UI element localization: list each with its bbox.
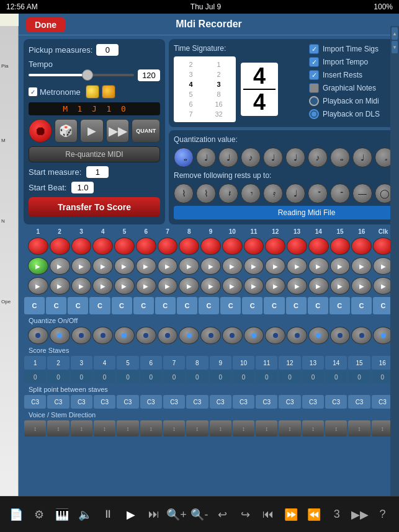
rest-btn-7[interactable]: 𝄻	[308, 184, 328, 203]
stave-num-14[interactable]: 14	[325, 356, 347, 370]
c-letter-2[interactable]: C	[46, 297, 66, 314]
dial-ch-7[interactable]	[158, 327, 178, 344]
voice-ch-8[interactable]: ↕	[186, 420, 208, 437]
stave-num-5[interactable]: 5	[117, 356, 138, 370]
loop-button[interactable]: 🎲	[55, 119, 78, 143]
play-green-ch-8[interactable]: ▶	[179, 257, 199, 275]
play-gray-ch-16[interactable]: ▶	[351, 277, 372, 295]
play-gray-ch-13[interactable]: ▶	[287, 277, 307, 295]
dial-ch-12[interactable]	[265, 327, 285, 344]
rest-btn-5[interactable]: 𝄿	[263, 184, 283, 203]
split-ch-2[interactable]: C3	[47, 395, 69, 409]
toolbar-zoom-out[interactable]: 🔍-	[188, 503, 210, 526]
toolbar-volume-down[interactable]: 🔈	[74, 503, 96, 526]
voice-ch-5[interactable]: ↕	[117, 420, 138, 437]
c-letter-5[interactable]: C	[112, 297, 132, 314]
dial-ch-9[interactable]	[200, 327, 221, 344]
play-green-ch-7[interactable]: ▶	[158, 257, 178, 275]
transfer-to-score-button[interactable]: Transfer To Score	[29, 197, 160, 217]
toolbar-help[interactable]: ?	[371, 503, 393, 526]
c-letter-1[interactable]: C	[24, 297, 45, 314]
dial-ch-2[interactable]	[50, 327, 70, 344]
toolbar-pause[interactable]: ⏸	[97, 503, 119, 526]
play-gray-ch-11[interactable]: ▶	[244, 277, 264, 295]
play-green-ch-9[interactable]: ▶	[200, 257, 221, 275]
dial-ch-11[interactable]	[244, 327, 264, 344]
voice-ch-4[interactable]: ↕	[94, 420, 115, 437]
c-letter-14[interactable]: C	[308, 297, 328, 314]
done-button[interactable]: Done	[26, 17, 65, 32]
c-letter-6[interactable]: C	[133, 297, 154, 314]
stave-num-8[interactable]: 8	[186, 356, 208, 370]
note-btn-half[interactable]: ♩	[196, 148, 216, 167]
record-ch-13[interactable]	[287, 237, 307, 255]
toolbar-play-next[interactable]: ⏭	[143, 503, 165, 526]
record-ch-9[interactable]	[200, 237, 221, 255]
toolbar-settings[interactable]: ⚙	[28, 503, 50, 526]
play-green-ch-1[interactable]: ▶	[28, 257, 48, 275]
split-ch-7[interactable]: C3	[163, 395, 185, 409]
dial-ch-14[interactable]	[308, 327, 329, 344]
play-green-ch-11[interactable]: ▶	[244, 257, 264, 275]
voice-ch-7[interactable]: ↕	[163, 420, 185, 437]
playback-dls-radio[interactable]	[309, 109, 319, 119]
play-gray-ch-8[interactable]: ▶	[179, 277, 199, 295]
play-green-ch-13[interactable]: ▶	[287, 257, 307, 275]
play-green-ch-4[interactable]: ▶	[92, 257, 113, 275]
c-letter-12[interactable]: C	[264, 297, 284, 314]
split-ch-14[interactable]: C3	[325, 395, 347, 409]
split-ch-1[interactable]: C3	[24, 395, 46, 409]
stave-num-4[interactable]: 4	[94, 356, 115, 370]
rest-btn-2[interactable]: ⌇	[196, 184, 216, 203]
stave-num-13[interactable]: 13	[302, 356, 324, 370]
play-button[interactable]: ▶▶	[106, 119, 130, 143]
dial-ch-4[interactable]	[92, 327, 113, 344]
sidebar-btn-up[interactable]: ▲	[392, 27, 398, 40]
play-gray-ch-7[interactable]: ▶	[158, 277, 178, 295]
note-btn-dotted-q[interactable]: ♪	[308, 148, 328, 167]
record-ch-7[interactable]	[158, 237, 178, 255]
stave-num-9[interactable]: 9	[210, 356, 231, 370]
metronome-checkbox[interactable]	[29, 87, 37, 96]
play-gray-ch-15[interactable]: ▶	[330, 277, 351, 295]
tempo-value[interactable]: 120	[138, 69, 160, 81]
dial-ch-5[interactable]	[114, 327, 135, 344]
toolbar-forward[interactable]: ⏩	[280, 503, 302, 526]
record-ch-14[interactable]	[308, 237, 329, 255]
play-gray-ch-3[interactable]: ▶	[71, 277, 92, 295]
c-letter-7[interactable]: C	[155, 297, 176, 314]
split-ch-3[interactable]: C3	[71, 395, 92, 409]
toolbar-page-num[interactable]: 3	[326, 503, 348, 526]
start-beat-value[interactable]: 1.0	[71, 182, 94, 193]
record-ch-3[interactable]	[71, 237, 92, 255]
toolbar-next-page[interactable]: ▶▶	[349, 503, 371, 526]
play-green-ch-6[interactable]: ▶	[136, 257, 156, 275]
rest-btn-9[interactable]: —	[352, 184, 372, 203]
split-ch-5[interactable]: C3	[117, 395, 138, 409]
pickup-value[interactable]: 0	[96, 44, 119, 56]
tempo-slider-thumb[interactable]	[82, 69, 93, 81]
split-ch-4[interactable]: C3	[94, 395, 115, 409]
c-letter-11[interactable]: C	[242, 297, 262, 314]
stave-num-2[interactable]: 2	[47, 356, 69, 370]
play-gray-ch-2[interactable]: ▶	[50, 277, 70, 295]
record-button[interactable]: ⏺	[29, 119, 52, 143]
start-measure-value[interactable]: 1	[86, 166, 109, 178]
stave-num-6[interactable]: 6	[140, 356, 162, 370]
dial-ch-16[interactable]	[351, 327, 372, 344]
split-ch-15[interactable]: C3	[348, 395, 370, 409]
split-ch-10[interactable]: C3	[233, 395, 254, 409]
play-green-ch-5[interactable]: ▶	[114, 257, 135, 275]
note-btn-16th[interactable]: ♩	[263, 148, 283, 167]
toolbar-zoom-in[interactable]: 🔍+	[166, 503, 188, 526]
toolbar-piano[interactable]: 🎹	[51, 503, 73, 526]
play-gray-ch-14[interactable]: ▶	[308, 277, 329, 295]
play-green-ch-10[interactable]: ▶	[222, 257, 243, 275]
requantize-button[interactable]: Re-quantize MIDI	[29, 146, 160, 162]
toolbar-play[interactable]: ▶	[120, 503, 142, 526]
voice-ch-11[interactable]: ↕	[256, 420, 277, 437]
voice-ch-6[interactable]: ↕	[140, 420, 162, 437]
note-btn-quarter[interactable]: ♩	[218, 148, 238, 167]
c-letter-10[interactable]: C	[220, 297, 241, 314]
insert-rests-checkbox[interactable]	[309, 70, 319, 80]
